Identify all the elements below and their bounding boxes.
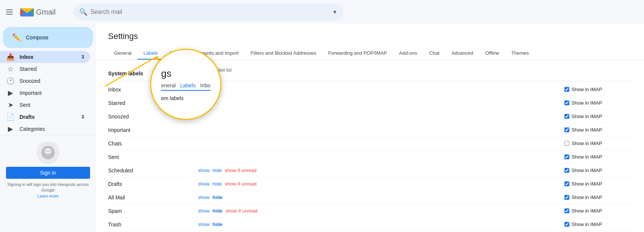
label-imap-spam: Show in IMAP <box>564 208 632 214</box>
tab-addons[interactable]: Add-ons <box>393 47 423 60</box>
gmail-wordmark: Gmail <box>36 6 64 18</box>
imap-label: Show in IMAP <box>572 141 602 146</box>
allmail-hide-link[interactable]: hide <box>212 195 223 200</box>
imap-label: Show in IMAP <box>572 168 602 173</box>
tab-advanced[interactable]: Advanced <box>445 47 479 60</box>
svg-point-4 <box>48 150 50 152</box>
sidebar-item-label: Inbox <box>20 54 77 60</box>
trash-hide-link[interactable]: hide <box>212 222 223 227</box>
main-layout: ✏️ Compose 📥 Inbox 3 ☆ Starred 🕐 Snoozed… <box>0 24 644 232</box>
spacer-header <box>381 67 564 78</box>
imap-checkbox-starred[interactable] <box>564 100 569 105</box>
tab-forwarding[interactable]: Forwarding and POP/IMAP <box>322 47 393 60</box>
scheduled-show-link[interactable]: show <box>198 168 209 173</box>
sidebar-item-drafts[interactable]: 📄 Drafts 3 <box>0 111 90 123</box>
hangouts-signin-button[interactable]: Sign in <box>6 167 90 179</box>
trash-show-link[interactable]: show <box>198 222 209 227</box>
sidebar-item-inbox[interactable]: 📥 Inbox 3 <box>0 51 90 63</box>
zoom-labels-text: Labels <box>180 82 196 91</box>
zoom-settings-text: gs <box>161 68 210 79</box>
label-imap-allmail: Show in IMAP <box>564 195 632 200</box>
sent-icon: ➤ <box>6 101 15 109</box>
imap-checkbox-trash[interactable] <box>564 222 569 227</box>
search-bar[interactable]: 🔍 ▼ <box>73 3 343 21</box>
drafts-icon: 📄 <box>6 113 15 121</box>
search-dropdown-icon[interactable]: ▼ <box>332 9 337 15</box>
zoom-inbox-text: Inbo <box>200 82 210 88</box>
sidebar-item-sent[interactable]: ➤ Sent <box>0 99 90 111</box>
label-actions-drafts: show hide show if unread <box>198 181 381 187</box>
zoom-general-text: eneral <box>161 82 176 88</box>
sidebar-item-label: Categories <box>20 126 84 132</box>
imap-label: Show in IMAP <box>572 181 602 187</box>
spam-hide-link[interactable]: hide <box>212 208 223 214</box>
label-actions-allmail: show hide <box>198 195 381 200</box>
drafts-hide-link[interactable]: hide <box>212 181 222 187</box>
label-row-trash: Trash show hide Show in IMAP <box>108 218 632 231</box>
hangouts-section: Sign in Signing in will sign you into Ha… <box>0 135 96 205</box>
sidebar-item-label: Drafts <box>20 114 77 120</box>
settings-title: Settings <box>108 31 632 41</box>
sidebar-item-label: Starred <box>20 66 84 72</box>
imap-checkbox-important[interactable] <box>564 127 569 132</box>
topbar: Gmail 🔍 ▼ <box>0 0 644 24</box>
gmail-logo: Gmail <box>20 6 64 18</box>
imap-checkbox-scheduled[interactable] <box>564 168 569 173</box>
zoom-system-labels-text: em labels <box>161 95 210 101</box>
zoom-tabs-text: eneral Labels Inbo <box>161 82 210 91</box>
search-input[interactable] <box>90 9 329 15</box>
categories-icon: ▶ <box>6 125 15 133</box>
sidebar-item-important[interactable]: ▶ Important <box>0 87 90 99</box>
imap-checkbox-drafts[interactable] <box>564 181 569 186</box>
scheduled-show-if-unread-link[interactable]: show if unread <box>225 168 257 173</box>
label-row-spam: Spam show hide show if unread Show in IM… <box>108 204 632 218</box>
label-name-chats: Chats <box>108 141 198 147</box>
label-actions-trash: show hide <box>198 222 381 227</box>
label-imap-trash: Show in IMAP <box>564 222 632 227</box>
imap-label: Show in IMAP <box>572 208 602 214</box>
spam-show-link[interactable]: show <box>198 208 209 214</box>
imap-checkbox-inbox[interactable] <box>564 87 569 92</box>
hangouts-learn-more-link[interactable]: Learn more <box>38 194 59 198</box>
imap-checkbox-allmail[interactable] <box>564 195 569 200</box>
imap-checkbox-snoozed[interactable] <box>564 114 569 119</box>
show-in-label-list-header: Show in label list <box>198 67 381 78</box>
menu-icon[interactable] <box>6 8 14 16</box>
hangouts-icon <box>41 145 56 160</box>
important-icon: ▶ <box>6 89 15 97</box>
sidebar-item-starred[interactable]: ☆ Starred <box>0 63 90 75</box>
imap-label: Show in IMAP <box>572 222 602 227</box>
tab-chat[interactable]: Chat <box>423 47 445 60</box>
label-name-spam: Spam <box>108 208 198 214</box>
tab-labels[interactable]: Labels <box>137 47 164 60</box>
tab-general[interactable]: General <box>108 47 137 60</box>
starred-icon: ☆ <box>6 65 15 73</box>
label-imap-important: Show in IMAP <box>564 127 632 133</box>
drafts-show-link[interactable]: show <box>198 181 209 187</box>
spam-show-if-unread-link[interactable]: show if unread <box>226 208 257 214</box>
imap-checkbox-sent[interactable] <box>564 154 569 159</box>
inbox-count: 3 <box>81 54 84 60</box>
tab-themes[interactable]: Themes <box>505 47 535 60</box>
label-name-important: Important <box>108 127 198 133</box>
imap-label: Show in IMAP <box>572 154 602 160</box>
scheduled-hide-link[interactable]: hide <box>212 168 222 173</box>
drafts-count: 3 <box>81 114 84 120</box>
imap-label: Show in IMAP <box>572 114 602 119</box>
imap-checkbox-chats[interactable] <box>564 141 569 146</box>
imap-checkbox-spam[interactable] <box>564 208 569 213</box>
tab-filters-and-blocked[interactable]: Filters and Blocked Addresses <box>245 47 322 60</box>
zoom-circle-content: gs eneral Labels Inbo em labels <box>158 65 213 104</box>
sidebar-item-categories[interactable]: ▶ Categories <box>0 123 90 135</box>
drafts-show-if-unread-link[interactable]: show if unread <box>225 181 257 187</box>
zoom-circle: gs eneral Labels Inbo em labels <box>150 49 221 120</box>
tab-offline[interactable]: Offline <box>479 47 505 60</box>
label-actions-scheduled: show hide show if unread <box>198 168 381 173</box>
compose-button[interactable]: ✏️ Compose <box>3 27 93 48</box>
allmail-show-link[interactable]: show <box>198 195 209 200</box>
label-row-scheduled: Scheduled show hide show if unread Show … <box>108 164 632 177</box>
snoozed-icon: 🕐 <box>6 77 15 85</box>
imap-label: Show in IMAP <box>572 87 602 92</box>
label-row-important: Important Show in IMAP <box>108 123 632 137</box>
sidebar-item-snoozed[interactable]: 🕐 Snoozed <box>0 75 90 87</box>
